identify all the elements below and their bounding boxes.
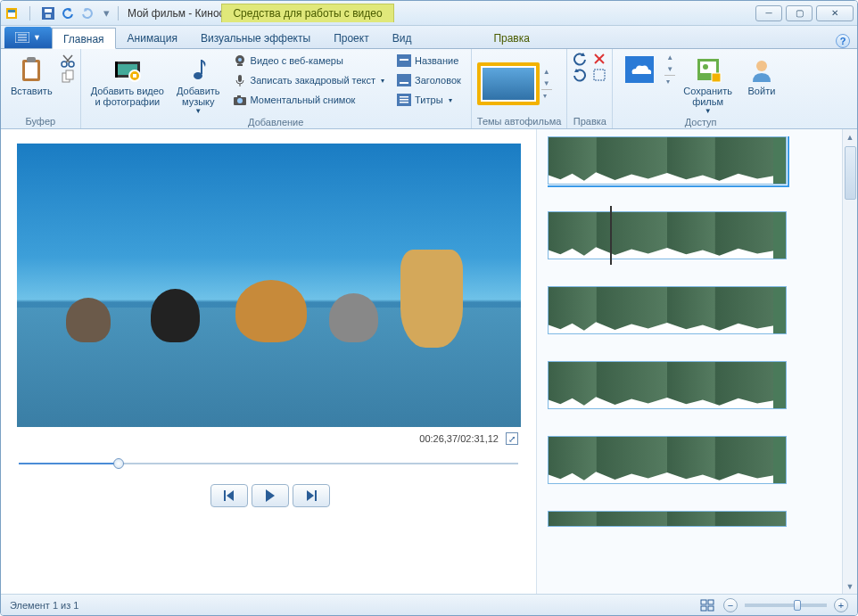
- clip[interactable]: [548, 286, 787, 334]
- svg-point-26: [238, 58, 242, 62]
- tab-home[interactable]: Главная: [52, 28, 116, 49]
- preview-pane: 00:26,37/02:31,12 ⤢: [1, 129, 536, 594]
- svg-rect-34: [400, 59, 408, 61]
- minimize-button[interactable]: ─: [755, 5, 782, 21]
- svg-rect-27: [237, 64, 243, 66]
- tab-animation[interactable]: Анимация: [116, 27, 189, 48]
- theme-scroll-down-icon[interactable]: ▼: [541, 78, 552, 89]
- clip[interactable]: [548, 361, 787, 409]
- svg-rect-39: [400, 99, 408, 101]
- quick-access-toolbar: ▾: [4, 6, 112, 21]
- preview-monitor[interactable]: [17, 144, 521, 427]
- rotate-left-icon[interactable]: [573, 52, 587, 66]
- theme-gallery-expand-icon[interactable]: ▾: [541, 89, 552, 102]
- prev-frame-button[interactable]: [210, 484, 248, 507]
- svg-rect-43: [594, 70, 605, 80]
- webcam-icon: [233, 53, 247, 68]
- share-gallery-expand-icon[interactable]: ▾: [664, 75, 675, 87]
- scroll-thumb[interactable]: [845, 146, 856, 200]
- cloud-icon: [625, 55, 654, 84]
- svg-rect-54: [701, 606, 706, 611]
- playback-controls: [17, 484, 524, 507]
- clip[interactable]: [548, 436, 787, 484]
- undo-icon[interactable]: [61, 6, 75, 21]
- save-movie-icon: [694, 55, 722, 84]
- storyboard-track[interactable]: [548, 136, 837, 594]
- playhead[interactable]: [610, 206, 612, 265]
- svg-rect-50: [224, 490, 226, 501]
- narration-button[interactable]: Записать закадровый текст▾: [228, 71, 390, 89]
- svg-point-47: [703, 64, 708, 70]
- group-add: Добавить видео и фотографии Добавить муз…: [81, 49, 472, 128]
- fullscreen-icon[interactable]: ⤢: [506, 432, 518, 445]
- tab-project[interactable]: Проект: [322, 27, 381, 48]
- onedrive-button[interactable]: [618, 52, 661, 85]
- svg-rect-53: [708, 600, 714, 604]
- caption-button[interactable]: Заголовок: [392, 71, 466, 89]
- snapshot-button[interactable]: Моментальный снимок: [228, 91, 390, 109]
- thumbnail-view-icon[interactable]: [700, 598, 714, 612]
- tab-view[interactable]: Вид: [381, 27, 424, 48]
- svg-rect-40: [400, 102, 408, 103]
- tab-edit-video[interactable]: Правка: [482, 27, 541, 48]
- rotate-right-icon[interactable]: [573, 68, 587, 82]
- close-button[interactable]: ✕: [816, 5, 854, 21]
- signin-button[interactable]: Войти: [740, 52, 783, 97]
- copy-icon[interactable]: [61, 70, 75, 84]
- automovie-theme-thumbnail[interactable]: [477, 62, 540, 105]
- clipboard-icon: [17, 55, 45, 84]
- svg-rect-23: [133, 74, 136, 78]
- file-menu-button[interactable]: ▼: [4, 27, 52, 48]
- credits-icon: [397, 93, 411, 107]
- scroll-down-icon[interactable]: ▼: [843, 579, 857, 594]
- microphone-icon: [233, 73, 247, 87]
- qat-dropdown-icon[interactable]: ▾: [100, 7, 112, 20]
- zoom-in-button[interactable]: +: [834, 598, 848, 612]
- title-icon: [397, 53, 411, 68]
- svg-point-24: [194, 72, 202, 79]
- save-icon[interactable]: [41, 6, 55, 21]
- svg-rect-11: [25, 62, 37, 78]
- paste-button[interactable]: Вставить: [6, 52, 57, 97]
- remove-icon[interactable]: [592, 52, 606, 66]
- next-frame-button[interactable]: [293, 484, 330, 507]
- title-button[interactable]: Название: [392, 52, 466, 70]
- save-movie-button[interactable]: Сохранить фильм ▼: [679, 52, 737, 116]
- zoom-out-button[interactable]: −: [723, 598, 738, 612]
- svg-rect-4: [45, 9, 52, 12]
- clip[interactable]: [548, 511, 787, 527]
- svg-rect-51: [315, 490, 317, 501]
- svg-rect-32: [237, 95, 241, 98]
- preview-seek-slider[interactable]: [19, 457, 518, 470]
- svg-rect-12: [27, 57, 36, 62]
- add-music-button[interactable]: Добавить музыку ▼: [172, 52, 225, 116]
- scroll-up-icon[interactable]: ▲: [843, 129, 857, 144]
- share-scroll-down-icon[interactable]: ▼: [664, 63, 675, 75]
- play-button[interactable]: [252, 484, 289, 507]
- help-icon[interactable]: ?: [836, 34, 850, 48]
- user-icon: [747, 55, 776, 84]
- svg-rect-18: [66, 70, 73, 79]
- cut-icon[interactable]: [61, 53, 75, 68]
- svg-point-49: [756, 61, 767, 71]
- storyboard-scrollbar[interactable]: ▲ ▼: [842, 129, 857, 594]
- select-all-icon[interactable]: [592, 68, 606, 82]
- svg-rect-46: [700, 62, 716, 73]
- svg-rect-52: [701, 600, 706, 604]
- credits-button[interactable]: Титры▾: [392, 91, 466, 109]
- theme-scroll-up-icon[interactable]: ▲: [541, 66, 552, 78]
- svg-rect-5: [45, 14, 51, 18]
- storyboard-pane: ▲ ▼: [536, 129, 857, 594]
- statusbar: Элемент 1 из 1 − +: [1, 594, 857, 615]
- window-controls: ─ ▢ ✕: [755, 5, 854, 21]
- svg-rect-36: [400, 82, 408, 84]
- share-scroll-up-icon[interactable]: ▲: [664, 52, 675, 63]
- clip[interactable]: [548, 136, 787, 185]
- add-media-button[interactable]: Добавить видео и фотографии: [87, 52, 169, 108]
- clip[interactable]: [548, 211, 787, 259]
- webcam-button[interactable]: Видео с веб-камеры: [228, 52, 390, 70]
- tab-visual-effects[interactable]: Визуальные эффекты: [189, 27, 322, 48]
- zoom-slider[interactable]: [745, 604, 827, 607]
- maximize-button[interactable]: ▢: [786, 5, 813, 21]
- redo-icon[interactable]: [80, 6, 95, 21]
